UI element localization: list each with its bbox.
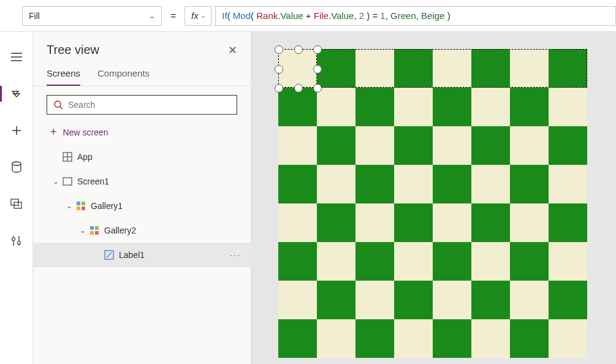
board-cell[interactable] — [317, 242, 356, 281]
gallery-row-selection[interactable] — [278, 49, 587, 88]
board-cell[interactable] — [278, 203, 317, 242]
label-selection-box[interactable] — [278, 49, 317, 88]
formula-input[interactable]: If( Mod( Rank.Value + File.Value, 2 ) = … — [215, 6, 616, 26]
board-cell[interactable] — [356, 319, 394, 358]
board-cell[interactable] — [549, 165, 587, 203]
board-cell[interactable] — [356, 126, 394, 165]
board-cell[interactable] — [510, 165, 549, 203]
board-cell[interactable] — [278, 88, 317, 126]
board-cell[interactable] — [471, 319, 510, 358]
board-cell[interactable] — [356, 242, 394, 281]
board-cell[interactable] — [394, 126, 433, 165]
tab-screens[interactable]: Screens — [47, 64, 80, 86]
data-icon[interactable] — [4, 158, 29, 176]
board-cell[interactable] — [356, 165, 394, 203]
tree-item-gallery2[interactable]: ⌄Gallery2 — [33, 218, 251, 243]
board-cell[interactable] — [394, 281, 433, 319]
selection-handle[interactable] — [275, 65, 283, 74]
board-cell[interactable] — [471, 281, 510, 319]
left-nav-rail: ♪ — [0, 32, 33, 364]
board-cell[interactable] — [278, 319, 317, 358]
selection-handle[interactable] — [275, 84, 283, 93]
advanced-tools-icon[interactable] — [4, 232, 29, 250]
svg-rect-21 — [77, 202, 80, 205]
board-cell[interactable] — [394, 165, 433, 203]
svg-point-15 — [55, 101, 61, 107]
board-cell[interactable] — [356, 203, 394, 242]
tree-view-icon[interactable] — [4, 85, 29, 103]
board-cell[interactable] — [433, 281, 471, 319]
board-cell[interactable] — [394, 203, 433, 242]
selection-handle[interactable] — [313, 45, 322, 54]
board-cell[interactable] — [394, 242, 433, 281]
board-cell[interactable] — [510, 242, 549, 281]
board-cell[interactable] — [471, 165, 510, 203]
board-cell[interactable] — [471, 88, 510, 126]
tree-item-gallery1[interactable]: ⌄Gallery1 — [33, 194, 251, 218]
new-screen-button[interactable]: + New screen — [33, 121, 251, 145]
more-icon[interactable]: ··· — [230, 250, 241, 260]
tab-components[interactable]: Components — [97, 64, 150, 86]
property-selector[interactable]: Fill ⌄ — [22, 6, 162, 26]
chevron-icon[interactable]: ⌄ — [64, 202, 75, 210]
media-icon[interactable]: ♪ — [4, 195, 29, 213]
board-cell[interactable] — [510, 203, 549, 242]
search-input[interactable] — [68, 100, 230, 110]
board-cell[interactable] — [549, 242, 587, 281]
canvas-area[interactable] — [251, 32, 616, 364]
hamburger-icon[interactable] — [4, 48, 29, 66]
board-cell[interactable] — [278, 242, 317, 281]
selection-handle[interactable] — [313, 84, 322, 93]
board-cell[interactable] — [510, 319, 549, 358]
board-cell[interactable] — [433, 126, 471, 165]
board-cell[interactable] — [549, 281, 587, 319]
tree-item-label1[interactable]: Label1··· — [33, 243, 251, 267]
search-box[interactable] — [47, 95, 237, 115]
board-cell[interactable] — [278, 126, 317, 165]
board-cell[interactable] — [471, 203, 510, 242]
board-cell[interactable] — [394, 319, 433, 358]
board-cell[interactable] — [433, 203, 471, 242]
selection-handle[interactable] — [313, 65, 322, 74]
board-cell[interactable] — [317, 203, 356, 242]
board-cell[interactable] — [317, 281, 356, 319]
board-cell[interactable] — [278, 165, 317, 203]
board-cell[interactable] — [317, 319, 356, 358]
main-area: ♪ Tree view ✕ Screens Components + New s… — [0, 32, 616, 364]
tree-item-screen1[interactable]: ⌄Screen1 — [33, 169, 251, 194]
board-cell[interactable] — [549, 203, 587, 242]
board-cell[interactable] — [549, 126, 587, 165]
selection-handle[interactable] — [275, 45, 283, 54]
selection-handle[interactable] — [294, 45, 303, 54]
board-cell[interactable] — [549, 319, 587, 358]
svg-point-7 — [12, 162, 21, 165]
chevron-icon[interactable]: ⌄ — [50, 177, 61, 186]
board-cell[interactable] — [317, 165, 356, 203]
board-cell[interactable] — [510, 281, 549, 319]
chevron-icon[interactable]: ⌄ — [77, 226, 88, 235]
label-icon — [103, 250, 115, 260]
board-cell[interactable] — [433, 242, 471, 281]
board-cell[interactable] — [317, 88, 356, 126]
board-cell[interactable] — [433, 319, 471, 358]
board-cell[interactable] — [510, 88, 549, 126]
board-cell[interactable] — [278, 281, 317, 319]
board-cell[interactable] — [471, 126, 510, 165]
board-cell[interactable] — [471, 242, 510, 281]
board-cell[interactable] — [394, 88, 433, 126]
fx-button[interactable]: fx ⌄ — [184, 6, 211, 26]
selection-handle[interactable] — [294, 84, 303, 93]
board-cell[interactable] — [510, 126, 549, 165]
insert-plus-icon[interactable] — [4, 121, 29, 140]
checkerboard[interactable] — [278, 49, 587, 358]
board-cell[interactable] — [317, 126, 356, 165]
board-cell[interactable] — [433, 165, 471, 203]
board-cell[interactable] — [356, 281, 394, 319]
board-cell[interactable] — [356, 88, 394, 126]
board-cell[interactable] — [433, 88, 471, 126]
board-cell[interactable] — [549, 88, 587, 126]
tree-item-label: Gallery2 — [104, 226, 241, 235]
tree-item-app[interactable]: App — [33, 145, 251, 169]
screen-icon — [61, 177, 74, 186]
close-icon[interactable]: ✕ — [228, 44, 237, 57]
